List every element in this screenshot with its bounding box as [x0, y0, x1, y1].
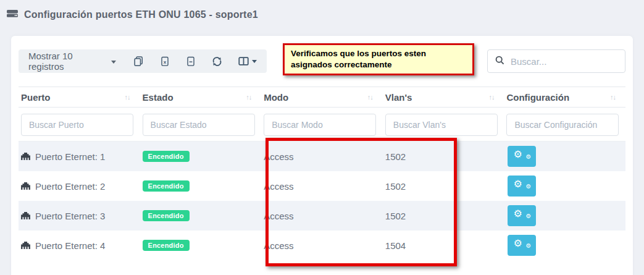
- puerto-cell: Puerto Eternet: 1: [19, 151, 140, 162]
- search-icon: [495, 56, 504, 67]
- column-label: Estado: [143, 92, 174, 103]
- estado-cell: Encendido: [140, 210, 262, 221]
- page: Configuración puertos ETH ONU 1065 - sop…: [0, 0, 644, 275]
- chevron-down-icon: [252, 60, 257, 63]
- gears-icon: ⚙: [513, 239, 522, 248]
- gears-icon: ⚙: [525, 154, 531, 160]
- chevron-down-icon: [111, 61, 116, 64]
- refresh-icon: [212, 56, 222, 67]
- gears-icon: ⚙: [513, 179, 522, 189]
- column-label: Modo: [264, 92, 288, 103]
- puerto-label: Puerto Eternet: 4: [35, 240, 105, 251]
- file-export-icon: [186, 56, 196, 67]
- ethernet-port-icon: [21, 151, 30, 162]
- sort-icon[interactable]: ↑↓: [488, 93, 494, 101]
- excel-export-icon: x: [160, 56, 170, 67]
- column-header-vlans[interactable]: Vlan's ↑↓: [383, 92, 504, 103]
- estado-cell: Encendido: [140, 180, 262, 192]
- puerto-label: Puerto Eternet: 2: [35, 181, 105, 192]
- column-label: Vlan's: [385, 92, 412, 103]
- configuracion-cell: ⚙ ⚙: [504, 176, 625, 197]
- puerto-label: Puerto Eternet: 1: [35, 151, 105, 162]
- search-input[interactable]: [511, 56, 634, 67]
- highlight-rectangle: [266, 138, 457, 266]
- status-badge: Encendido: [143, 240, 190, 251]
- puerto-label: Puerto Eternet: 3: [35, 211, 105, 221]
- excel-export-button[interactable]: x: [160, 56, 170, 67]
- estado-cell: Encendido: [140, 151, 262, 162]
- table-header-row: Puerto ↑↓ Estado ↑↓ Modo ↑↓ Vlan's ↑↓ Co…: [19, 87, 625, 108]
- filter-vlans-input[interactable]: [385, 114, 498, 136]
- column-label: Puerto: [21, 92, 51, 103]
- column-header-puerto[interactable]: Puerto ↑↓: [19, 92, 140, 103]
- configuracion-cell: ⚙ ⚙: [504, 205, 625, 226]
- filter-estado-input[interactable]: [143, 114, 255, 136]
- configure-port-button[interactable]: ⚙ ⚙: [508, 146, 536, 167]
- column-header-configuracion[interactable]: Configuración ↑↓: [504, 92, 625, 103]
- puerto-cell: Puerto Eternet: 4: [19, 240, 140, 251]
- column-label: Configuración: [506, 92, 569, 103]
- filter-modo-input[interactable]: [264, 114, 376, 136]
- svg-text:x: x: [164, 59, 167, 64]
- puerto-cell: Puerto Eternet: 3: [19, 211, 140, 221]
- global-search[interactable]: [487, 49, 625, 73]
- gears-icon: ⚙: [513, 209, 522, 219]
- ethernet-port-icon: [21, 181, 30, 192]
- gears-icon: ⚙: [525, 243, 531, 249]
- column-visibility-button[interactable]: [238, 56, 257, 66]
- sort-icon[interactable]: ↑↓: [610, 93, 616, 101]
- gears-icon: ⚙: [525, 213, 531, 219]
- refresh-button[interactable]: [212, 56, 222, 67]
- configure-port-button[interactable]: ⚙ ⚙: [508, 176, 536, 197]
- sort-icon[interactable]: ↑↓: [367, 93, 373, 101]
- status-badge: Encendido: [143, 180, 190, 192]
- ethernet-port-icon: [21, 240, 30, 251]
- configuracion-cell: ⚙ ⚙: [504, 146, 625, 167]
- ethernet-port-icon: [21, 211, 30, 221]
- server-icon: [6, 8, 19, 21]
- toolbar-icons: x: [133, 56, 257, 67]
- copy-button[interactable]: [133, 56, 144, 67]
- records-per-page-dropdown[interactable]: Mostrar 10 registros: [28, 51, 116, 72]
- toolbar-group: Mostrar 10 registros: [19, 49, 267, 73]
- records-per-page-label: Mostrar 10 registros: [28, 51, 107, 72]
- file-export-button[interactable]: [186, 56, 196, 67]
- sort-icon[interactable]: ↑↓: [246, 93, 251, 101]
- copy-icon: [133, 56, 144, 67]
- column-header-estado[interactable]: Estado ↑↓: [140, 92, 262, 103]
- annotation-note: Verificamos que los puertos esten asigna…: [283, 43, 474, 75]
- status-badge: Encendido: [143, 210, 190, 221]
- configure-port-button[interactable]: ⚙ ⚙: [508, 205, 536, 226]
- page-title: Configuración puertos ETH ONU 1065 - sop…: [24, 9, 258, 20]
- puerto-cell: Puerto Eternet: 2: [19, 181, 140, 192]
- page-header: Configuración puertos ETH ONU 1065 - sop…: [0, 0, 644, 21]
- table-filter-row: [19, 108, 625, 142]
- configuracion-cell: ⚙ ⚙: [504, 235, 625, 256]
- column-header-modo[interactable]: Modo ↑↓: [261, 92, 383, 103]
- gears-icon: ⚙: [525, 184, 531, 190]
- filter-puerto-input[interactable]: [21, 114, 133, 136]
- gears-icon: ⚙: [513, 150, 522, 159]
- column-visibility-icon: [238, 56, 249, 66]
- filter-configuracion-input[interactable]: [506, 114, 619, 136]
- status-badge: Encendido: [143, 151, 190, 162]
- sort-icon[interactable]: ↑↓: [125, 93, 130, 101]
- configure-port-button[interactable]: ⚙ ⚙: [508, 235, 536, 256]
- estado-cell: Encendido: [140, 240, 262, 251]
